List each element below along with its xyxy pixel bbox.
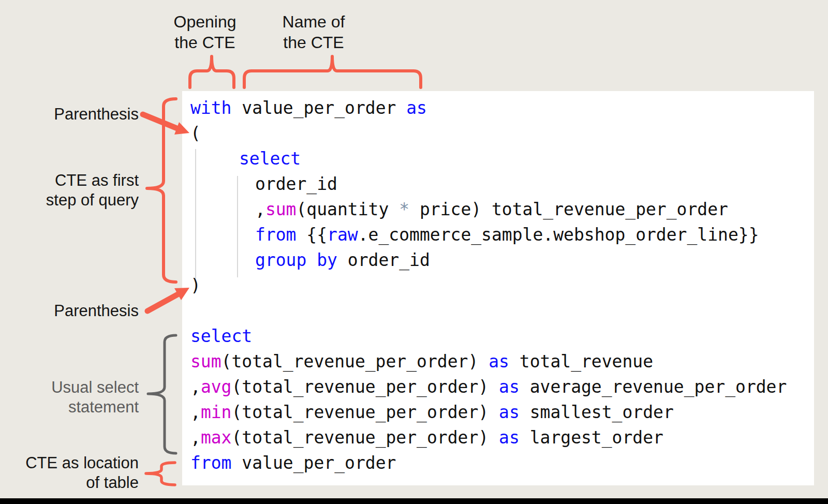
code-line: ,max(total_revenue_per_order) as largest… — [190, 425, 814, 450]
code-token-plain: order_id — [337, 250, 430, 270]
label-cte-location-of-table: CTE as location of table — [0, 453, 139, 493]
code-token-keyword: group by — [255, 250, 337, 270]
code-line: ( — [190, 121, 814, 146]
label-opening-the-cte: Opening the CTE — [153, 11, 257, 53]
code-token-operator: * — [399, 199, 409, 219]
brace-cte-first-step — [147, 99, 176, 282]
code-token-plain: (total_revenue_per_order) — [231, 402, 499, 422]
code-line: ,sum(quantity * price) total_revenue_per… — [190, 197, 814, 222]
code-token-function: min — [201, 402, 232, 422]
sql-code: with value_per_order as(selectorder_id,s… — [190, 95, 814, 476]
code-token-plain: {{ — [296, 225, 327, 245]
code-token-plain: , — [190, 427, 201, 448]
brace-name-cte — [244, 56, 421, 87]
bottom-bar — [0, 498, 828, 504]
code-token-plain: ( — [190, 123, 201, 143]
code-token-keyword: as — [499, 377, 520, 397]
label-line: CTE as first — [0, 171, 139, 190]
code-line: with value_per_order as — [190, 95, 814, 121]
code-token-plain: , — [190, 402, 201, 422]
code-line: sum(total_revenue_per_order) as total_re… — [190, 349, 814, 374]
code-token-keyword: as — [406, 98, 427, 118]
label-line: Name of — [262, 11, 365, 32]
code-token-plain: price) total_revenue_per_order — [409, 199, 728, 219]
code-token-plain: .e_commerce_sample.webshop_order_line}} — [358, 225, 759, 245]
label-line: Opening — [153, 11, 257, 32]
code-token-function: max — [201, 427, 232, 448]
code-token-keyword: raw — [327, 225, 358, 245]
code-token-function: sum — [265, 199, 297, 219]
code-line: ,min(total_revenue_per_order) as smalles… — [190, 399, 814, 425]
code-token-keyword: from — [190, 453, 231, 473]
label-line: the CTE — [262, 32, 365, 53]
code-token-plain: , — [190, 377, 201, 397]
label-line: statement — [0, 397, 139, 417]
code-token-plain: (total_revenue_per_order) — [231, 377, 499, 397]
code-token-plain: (total_revenue_per_order) — [221, 351, 489, 372]
code-token-keyword: with — [190, 98, 231, 118]
brace-usual-select — [148, 335, 176, 453]
label-line: Usual select — [0, 378, 139, 397]
label-parenthesis-top: Parenthesis — [0, 105, 139, 124]
code-token-plain: (quantity — [296, 199, 399, 219]
code-token-plain: largest_order — [520, 427, 663, 448]
code-token-keyword: from — [255, 225, 296, 245]
label-parenthesis-bottom: Parenthesis — [0, 301, 139, 321]
sql-code-panel: with value_per_order as(selectorder_id,s… — [182, 91, 814, 485]
label-name-of-the-cte: Name of the CTE — [262, 11, 365, 53]
code-token-plain: value_per_order — [231, 453, 396, 473]
code-token-plain: value_per_order — [231, 98, 406, 118]
code-token-keyword: as — [499, 427, 520, 448]
label-line: CTE as location — [0, 453, 139, 473]
code-line: select — [190, 146, 814, 171]
code-line: group by order_id — [190, 247, 814, 273]
code-token-function: avg — [201, 377, 232, 397]
code-token-plain: , — [255, 199, 265, 219]
label-line: step of query — [0, 190, 139, 210]
code-line: ) — [190, 273, 814, 298]
code-token-keyword: select — [190, 326, 252, 346]
code-line: from {{raw.e_commerce_sample.webshop_ord… — [190, 222, 814, 247]
code-token-keyword: select — [239, 149, 301, 169]
code-line — [190, 298, 814, 323]
brace-cte-location — [146, 463, 175, 485]
label-line: the CTE — [153, 32, 257, 53]
code-token-plain: average_revenue_per_order — [520, 377, 787, 397]
code-line: order_id — [190, 171, 814, 197]
label-usual-select-statement: Usual select statement — [0, 378, 139, 417]
code-token-plain: order_id — [255, 174, 337, 194]
code-token-plain: ) — [190, 275, 201, 295]
label-line: of table — [0, 473, 139, 493]
code-token-keyword: as — [489, 351, 509, 372]
brace-opening-cte — [190, 56, 234, 87]
code-line: ,avg(total_revenue_per_order) as average… — [190, 374, 814, 399]
code-token-function: sum — [190, 351, 221, 372]
code-token-plain: smallest_order — [520, 402, 674, 422]
code-token-keyword: as — [499, 402, 520, 422]
label-cte-first-step: CTE as first step of query — [0, 171, 139, 210]
code-line: select — [190, 323, 814, 349]
code-token-plain: (total_revenue_per_order) — [231, 427, 499, 448]
code-line: from value_per_order — [190, 450, 814, 476]
code-token-plain: total_revenue — [509, 351, 653, 372]
